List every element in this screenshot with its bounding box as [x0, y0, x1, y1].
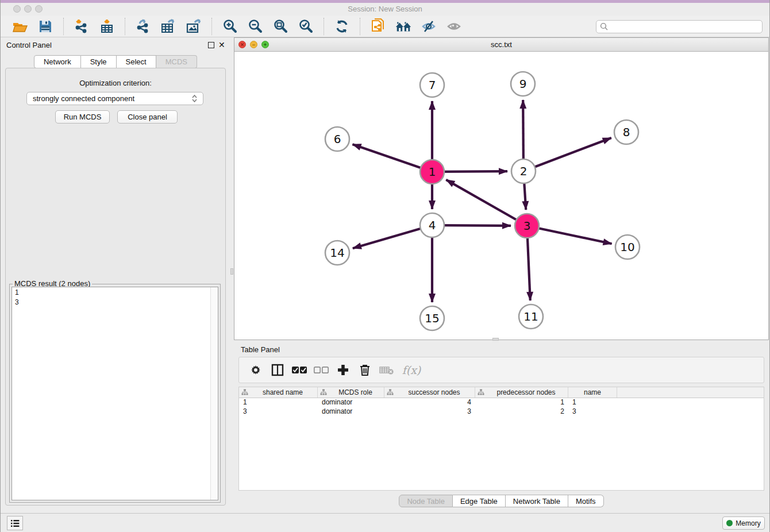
- status-bar: Memory: [1, 513, 769, 532]
- task-history-button[interactable]: [7, 516, 23, 530]
- network-view-window: ✕ − + scc.txt 1234678910111415: [234, 37, 769, 340]
- splitter-handle[interactable]: [230, 268, 233, 275]
- tab-node-table[interactable]: Node Table: [399, 495, 453, 507]
- refresh-icon[interactable]: [333, 18, 351, 34]
- table-body: 1dominator4113dominator323: [239, 398, 764, 417]
- control-panel-header: Control Panel ✕: [1, 37, 230, 52]
- edge-2-8[interactable]: [523, 138, 611, 171]
- hide-selected-icon[interactable]: [420, 18, 437, 34]
- cell-MCDS-role[interactable]: dominator: [318, 398, 384, 407]
- column-header-shared-name[interactable]: shared name: [239, 387, 318, 398]
- control-panel-tabs: NetworkStyleSelectMCDS: [1, 55, 230, 68]
- float-panel-icon[interactable]: [208, 42, 214, 48]
- column-header-name[interactable]: name: [568, 387, 617, 398]
- cell-MCDS-role[interactable]: dominator: [318, 407, 384, 417]
- search-input[interactable]: [611, 23, 762, 31]
- node-label-7: 7: [429, 78, 436, 92]
- memory-button[interactable]: Memory: [722, 516, 765, 530]
- edge-3-10[interactable]: [527, 226, 612, 244]
- cell-name[interactable]: 1: [568, 398, 617, 407]
- delete-table-icon[interactable]: [377, 361, 396, 379]
- window-title: Session: New Session: [1, 5, 769, 13]
- table-settings-gear-icon[interactable]: [246, 361, 265, 379]
- node-label-6: 6: [334, 132, 341, 146]
- app-window: Session: New Session: [0, 0, 770, 532]
- tab-network[interactable]: Network: [34, 55, 81, 68]
- tab-motifs[interactable]: Motifs: [568, 495, 604, 507]
- table-row[interactable]: 3dominator323: [239, 407, 764, 417]
- table-panel-header: Table Panel ✕: [234, 342, 769, 357]
- cell-successor-nodes[interactable]: 3: [384, 407, 475, 417]
- select-all-checkboxes-icon[interactable]: [290, 361, 309, 379]
- search-icon: [600, 22, 609, 31]
- open-session-icon[interactable]: [11, 18, 29, 34]
- network-view-title: scc.txt: [234, 40, 768, 49]
- first-neighbors-icon[interactable]: [395, 18, 412, 34]
- import-table-icon[interactable]: [98, 18, 116, 34]
- column-header-MCDS-role[interactable]: MCDS role: [318, 387, 384, 398]
- node-label-8: 8: [623, 125, 630, 139]
- export-image-icon[interactable]: [185, 18, 202, 34]
- export-network-icon[interactable]: [134, 18, 152, 34]
- toolbar-separator: [63, 18, 64, 35]
- import-network-icon[interactable]: [73, 18, 90, 34]
- node-label-11: 11: [523, 310, 538, 323]
- table-toolbar: f(x): [238, 357, 764, 383]
- column-header-successor-nodes[interactable]: successor nodes: [384, 387, 475, 398]
- cell-predecessor-nodes[interactable]: 2: [475, 407, 568, 417]
- zoom-in-icon[interactable]: [221, 18, 238, 34]
- tab-style[interactable]: Style: [81, 55, 117, 68]
- select-stepper-icon: [192, 95, 197, 102]
- tab-edge-table[interactable]: Edge Table: [453, 495, 506, 507]
- deselect-all-checkboxes-icon[interactable]: [311, 361, 331, 379]
- close-panel-button[interactable]: Close panel: [117, 110, 178, 124]
- mcds-result-textarea[interactable]: 1 3: [11, 287, 218, 500]
- toolbar-separator: [360, 18, 360, 35]
- node-label-4: 4: [429, 218, 436, 232]
- toolbar-separator: [324, 18, 324, 35]
- node-label-15: 15: [425, 311, 439, 325]
- result-scrollbar[interactable]: [210, 287, 218, 500]
- mcds-panel: Optimization criterion: strongly connect…: [5, 68, 226, 506]
- delete-column-icon[interactable]: [355, 361, 375, 379]
- node-label-3: 3: [523, 219, 531, 233]
- show-all-icon[interactable]: [445, 18, 463, 34]
- zoom-out-icon[interactable]: [247, 18, 264, 34]
- window-titlebar: Session: New Session: [1, 3, 769, 16]
- optimization-criterion-value: strongly connected component: [33, 94, 134, 103]
- run-mcds-button[interactable]: Run MCDS: [55, 110, 110, 124]
- network-graph[interactable]: 1234678910111415: [234, 52, 768, 340]
- add-column-icon[interactable]: [333, 361, 353, 379]
- node-label-9: 9: [519, 77, 527, 91]
- function-builder-icon[interactable]: f(x): [399, 361, 424, 379]
- save-session-icon[interactable]: [37, 18, 54, 34]
- splitter-handle[interactable]: [492, 338, 499, 341]
- table-row[interactable]: 1dominator411: [239, 398, 764, 407]
- cell-shared-name[interactable]: 1: [239, 398, 318, 407]
- cell-successor-nodes[interactable]: 4: [384, 398, 475, 407]
- export-table-icon[interactable]: [160, 18, 177, 34]
- node-label-14: 14: [330, 246, 344, 260]
- tab-select[interactable]: Select: [117, 55, 156, 68]
- zoom-fit-icon[interactable]: [272, 18, 289, 34]
- new-network-from-selection-icon[interactable]: [369, 18, 387, 34]
- network-canvas[interactable]: 1234678910111415: [234, 52, 768, 340]
- cell-shared-name[interactable]: 3: [239, 407, 318, 417]
- table-panel: Table Panel ✕: [234, 342, 769, 511]
- tab-mcds[interactable]: MCDS: [156, 55, 197, 68]
- close-panel-icon[interactable]: ✕: [218, 40, 225, 49]
- zoom-selected-icon[interactable]: [297, 18, 314, 34]
- show-column-icon[interactable]: [268, 361, 287, 379]
- optimization-criterion-select[interactable]: strongly connected component: [26, 92, 203, 105]
- node-label-10: 10: [620, 240, 634, 254]
- cell-name[interactable]: 3: [568, 407, 617, 417]
- cell-predecessor-nodes[interactable]: 1: [475, 398, 568, 407]
- column-header-predecessor-nodes[interactable]: predecessor nodes: [475, 387, 568, 398]
- search-box[interactable]: [596, 20, 763, 33]
- mcds-result-group: MCDS result (2 nodes) 1 3: [9, 284, 221, 503]
- tab-network-table[interactable]: Network Table: [506, 495, 568, 507]
- edge-3-1[interactable]: [446, 180, 527, 226]
- memory-label: Memory: [736, 519, 760, 527]
- node-table[interactable]: shared nameMCDS rolesuccessor nodesprede…: [238, 387, 764, 491]
- network-view-titlebar[interactable]: ✕ − + scc.txt: [234, 38, 768, 52]
